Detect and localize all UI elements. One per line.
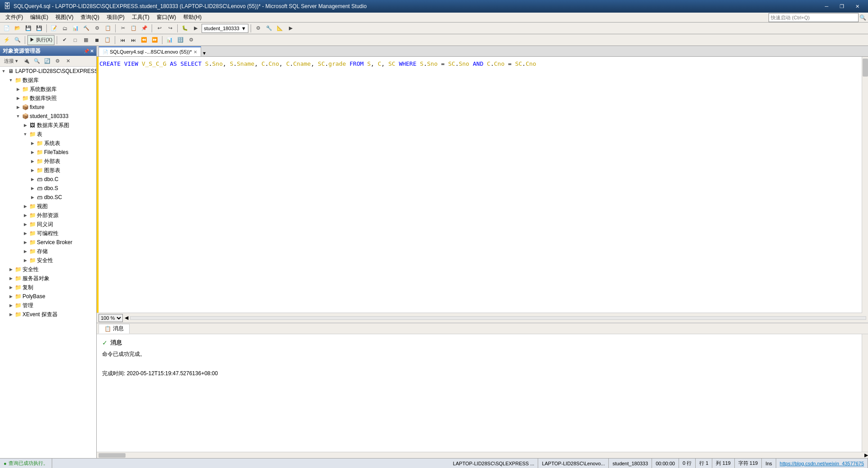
tb-btn7[interactable]: 📋 xyxy=(103,23,113,33)
redo-button[interactable]: ↪ xyxy=(165,23,175,33)
oe-filter-button[interactable]: ⚙ xyxy=(53,56,63,66)
tb2-btn7[interactable]: ⏮ xyxy=(117,35,127,45)
tree-item[interactable]: ▶📦fixture xyxy=(0,103,96,112)
tree-expander-icon[interactable]: ▶ xyxy=(7,311,14,318)
tree-item[interactable]: ▶📁图形表 xyxy=(0,166,96,175)
tb-btn9[interactable]: 📐 xyxy=(275,23,285,33)
tree-item[interactable]: ▶📁同义词 xyxy=(0,220,96,229)
tree-item[interactable]: ▶📁系统表 xyxy=(0,139,96,148)
oe-pin-icon[interactable]: 📌 xyxy=(84,49,89,54)
tree-item[interactable]: ▼🖥LAPTOP-LID28SC\SQLEXPRESS xyxy=(0,67,96,76)
results-vscrollbar[interactable] xyxy=(862,334,868,452)
zoom-scroll-btn[interactable]: ◀ xyxy=(125,315,128,321)
tree-item[interactable]: ▶📁数据库快照 xyxy=(0,94,96,103)
messages-tab[interactable]: 📋 消息 xyxy=(99,324,130,334)
tree-item[interactable]: ▶📁外部表 xyxy=(0,157,96,166)
tree-expander-icon[interactable]: ▶ xyxy=(22,248,29,255)
menu-query[interactable]: 查询(Q) xyxy=(77,13,103,22)
tree-expander-icon[interactable]: ▶ xyxy=(29,158,36,165)
oe-tb2[interactable]: 🔍 xyxy=(32,56,42,66)
status-url[interactable]: https://blog.csdn.net/weixin_43577675 xyxy=(776,459,868,468)
editor-vscrollbar[interactable] xyxy=(862,57,868,313)
menu-project[interactable]: 项目(P) xyxy=(103,13,128,22)
tb-btn5[interactable]: 🔨 xyxy=(81,23,91,33)
tree-expander-icon[interactable]: ▶ xyxy=(22,203,29,210)
restore-button[interactable]: ❐ xyxy=(835,2,849,11)
tree-item[interactable]: ▼📁表 xyxy=(0,130,96,139)
tree-expander-icon[interactable]: ▼ xyxy=(7,77,14,84)
tree-item[interactable]: ▶📁外部资源 xyxy=(0,211,96,220)
menu-window[interactable]: 窗口(W) xyxy=(153,13,180,22)
tb2-btn10[interactable]: ⏩ xyxy=(150,35,160,45)
tree-item[interactable]: ▶🖼数据库关系图 xyxy=(0,121,96,130)
sql-tab[interactable]: 📄 SQLQuery4.sql -...8SC\Lenovo (55))* ✕ xyxy=(99,46,201,56)
tb-debug2[interactable]: ▶ xyxy=(191,23,201,33)
parse-button[interactable]: ✔ xyxy=(59,35,69,45)
tree-item[interactable]: ▶📁PolyBase xyxy=(0,292,96,301)
tree-expander-icon[interactable]: ▶ xyxy=(14,95,22,102)
close-button[interactable]: ✕ xyxy=(850,2,864,11)
tb2-btn2[interactable]: 🔍 xyxy=(13,35,22,45)
tree-expander-icon[interactable]: ▶ xyxy=(14,104,22,111)
tree-item[interactable]: ▶📁管理 xyxy=(0,301,96,310)
oe-close-pane-button[interactable]: ✕ xyxy=(63,56,73,66)
tree-item[interactable]: ▶📁Service Broker xyxy=(0,238,96,247)
open-button[interactable]: 📂 xyxy=(13,23,22,33)
menu-tools[interactable]: 工具(T) xyxy=(128,13,153,22)
tree-item[interactable]: ▶📁视图 xyxy=(0,202,96,211)
tree-expander-icon[interactable]: ▶ xyxy=(7,266,14,273)
tb2-btn5[interactable]: ⏹ xyxy=(92,35,102,45)
cut-button[interactable]: ✂ xyxy=(118,23,128,33)
tree-item[interactable]: ▶📁FileTables xyxy=(0,148,96,157)
tree-item[interactable]: ▶📁复制 xyxy=(0,283,96,292)
menu-help[interactable]: 帮助(H) xyxy=(180,13,205,22)
tree-expander-icon[interactable]: ▼ xyxy=(22,131,29,138)
tree-item[interactable]: ▶📁安全性 xyxy=(0,256,96,265)
copy-button[interactable]: 📋 xyxy=(129,23,139,33)
tree-item[interactable]: ▼📁数据库 xyxy=(0,76,96,85)
tree-expander-icon[interactable]: ▶ xyxy=(22,239,29,246)
tree-item[interactable]: ▶📁系统数据库 xyxy=(0,85,96,94)
menu-edit[interactable]: 编辑(E) xyxy=(27,13,52,22)
sql-editor[interactable]: CREATE VIEW V_S_C_G AS SELECT S.Sno, S.S… xyxy=(97,57,862,313)
tree-item[interactable]: ▼📦student_180333 xyxy=(0,112,96,121)
tree-item[interactable]: ▶🗃dbo.S xyxy=(0,184,96,193)
tree-expander-icon[interactable]: ▶ xyxy=(29,176,36,183)
tree-expander-icon[interactable]: ▶ xyxy=(22,212,29,219)
tb2-btn12[interactable]: 🔢 xyxy=(175,35,185,45)
tree-expander-icon[interactable]: ▼ xyxy=(14,113,22,120)
menu-file[interactable]: 文件(F) xyxy=(2,13,27,22)
oe-close-icon[interactable]: ✕ xyxy=(90,49,94,54)
results-scroll-btn[interactable]: ▶ xyxy=(864,452,868,458)
save-button[interactable]: 💾 xyxy=(23,23,33,33)
results-hscrollbar[interactable]: ▶ xyxy=(97,452,868,458)
tree-item[interactable]: ▶📁存储 xyxy=(0,247,96,256)
oe-refresh-button[interactable]: 🔄 xyxy=(42,56,52,66)
tree-item[interactable]: ▶📁XEvent 探查器 xyxy=(0,310,96,319)
tb2-btn13[interactable]: ⚙ xyxy=(186,35,196,45)
minimize-button[interactable]: ─ xyxy=(819,2,834,11)
tree-expander-icon[interactable]: ▶ xyxy=(7,275,14,282)
tree-expander-icon[interactable]: ▶ xyxy=(29,140,36,147)
tree-item[interactable]: ▶📁服务器对象 xyxy=(0,274,96,283)
paste-button[interactable]: 📌 xyxy=(139,23,149,33)
menu-view[interactable]: 视图(V) xyxy=(52,13,77,22)
oe-connect-button[interactable]: 连接 ▾ xyxy=(1,56,21,66)
tb2-btn9[interactable]: ⏪ xyxy=(139,35,149,45)
tree-expander-icon[interactable]: ▶ xyxy=(7,293,14,300)
tree-expander-icon[interactable]: ▶ xyxy=(29,149,36,156)
tb2-btn1[interactable]: ⚡ xyxy=(2,35,12,45)
tb2-btn3[interactable]: □ xyxy=(70,35,80,45)
tb-debugger[interactable]: 🐛 xyxy=(180,23,190,33)
properties-button[interactable]: ⚙ xyxy=(253,23,263,33)
tree-expander-icon[interactable]: ▶ xyxy=(22,221,29,228)
tree-expander-icon[interactable]: ▶ xyxy=(7,284,14,291)
tree-expander-icon[interactable]: ▶ xyxy=(7,302,14,309)
zoom-select[interactable]: 100 % 75 % 125 % xyxy=(99,314,123,322)
new-query-btn2[interactable]: 📝 xyxy=(49,23,59,33)
quick-search-input[interactable] xyxy=(769,13,859,22)
tb-btn10[interactable]: ▶ xyxy=(286,23,296,33)
tb-btn8[interactable]: 🔧 xyxy=(264,23,274,33)
zoom-hscroll[interactable] xyxy=(130,316,866,320)
tree-expander-icon[interactable]: ▶ xyxy=(22,257,29,264)
